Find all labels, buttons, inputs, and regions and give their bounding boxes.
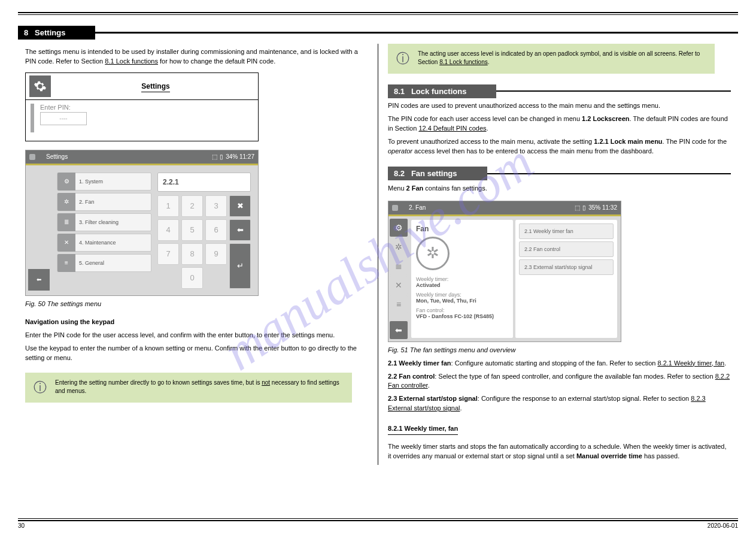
section-8-bar: 8 Settings [18,26,738,39]
fan-large-icon: ✲ [416,237,450,270]
pin-input[interactable]: ---- [40,112,87,125]
btn-fan-control[interactable]: 2.2 Fan control [519,241,614,257]
footer-date: 2020-06-01 [708,522,738,529]
page-footer: 30 2020-06-01 [18,518,738,529]
logo-icon [29,154,35,160]
key-backspace[interactable]: ⬅ [229,219,251,241]
r-p7: 2.3 External start/stop signal: Configur… [388,394,731,413]
gear-icon: ⚙ [57,173,75,191]
pinbox-title: Settings [141,82,169,92]
arrow-left-icon: ⬅ [237,225,244,234]
side-sliders-icon[interactable]: ≡ [390,295,408,313]
ref-lock-functions-2: 8.1 Lock functions [439,59,488,65]
battery-icon: ▯ [220,153,223,160]
r-p5: 2.1 Weekly timer fan: Configure automati… [388,359,731,368]
ref-default-pin: 12.4 Default PIN codes [418,125,486,132]
h-821: 8.2.1 Weekly timer, fan [388,424,458,435]
side-gear-icon[interactable]: ⚙ [390,219,408,237]
note-box-right: ⓘ The acting user access level is indica… [388,44,715,74]
menu-system[interactable]: ⚙1. System [57,173,151,191]
key-0[interactable]: 0 [181,267,203,289]
key-clear[interactable]: ✖ [229,195,251,217]
sliders-icon: ≡ [57,254,75,272]
pin-label: Enter PIN: [40,104,87,111]
info-icon: ⓘ [396,50,409,68]
note-box-left: ⓘ Entering the setting number directly t… [25,373,352,403]
key-enter[interactable]: ↵ [229,243,251,289]
key-4[interactable]: 4 [157,219,179,241]
pin-entry-box: Settings Enter PIN: ---- [25,72,259,141]
r-p6: 2.2 Fan control: Select the type of fan … [388,372,731,391]
ui1-title: Settings [46,153,68,160]
right-column: ⓘ The acting user access level is indica… [381,44,738,465]
page-number: 30 [18,522,25,529]
side-wrench-icon[interactable]: ✕ [390,276,408,294]
battery-icon: ▯ [582,204,586,211]
key-3[interactable]: 3 [205,195,227,217]
r-p2: The PIN code for each user access level … [388,114,731,134]
key-7[interactable]: 7 [157,243,179,265]
ref-821: 8.2.1 Weekly timer, fan [657,359,724,367]
ui2-status: 35% 11:32 [588,204,617,211]
top-rule-thick [18,12,738,13]
left-column: The settings menu is intended to be used… [18,44,375,465]
top-rule-thin [18,14,738,15]
section-81-bar: 8.1 Lock functions [388,84,731,98]
menu-filter[interactable]: ≣3. Filter cleaning [57,213,151,231]
side-back-button[interactable]: ⬅ [390,321,408,339]
pin-side-bar [31,104,34,132]
arrow-left-icon: ⬅ [37,276,41,283]
section-8-title: Settings [35,28,65,37]
filter-icon: ≣ [57,213,75,231]
key-5[interactable]: 5 [181,219,203,241]
stat-weekly-days: Weekly timer days:Mon, Tue, Wed, Thu, Fr… [416,292,508,304]
info-icon: ⓘ [34,379,47,397]
settings-screenshot: Settings ⬚ ▯ 34% 11:27 ⚙1. System ✲2. Fa… [25,150,259,296]
key-2[interactable]: 2 [181,195,203,217]
stat-weekly-timer: Weekly timer:Activated [416,276,508,288]
ui2-title: 2. Fan [409,204,426,211]
nav-p2: Use the keypad to enter the number of a … [25,344,368,363]
section-8-num: 8 [24,28,28,37]
r-p1: PIN codes are used to prevent unauthoriz… [388,101,731,111]
fig51-caption: Fig. 51 The fan settings menu and overvi… [388,346,731,355]
fig50-caption: Fig. 50 The settings menu [25,300,368,309]
left-p1: The settings menu is intended to be used… [25,47,368,67]
fan-icon: ✲ [57,193,75,211]
keypad-display: 2.2.1 [157,173,251,192]
enter-icon: ↵ [237,261,244,270]
section-82-bar: 8.2 Fan settings [388,167,731,180]
menu-general[interactable]: ≡5. General [57,254,151,272]
btn-external-signal[interactable]: 2.3 External start/stop signal [519,259,614,275]
back-button[interactable]: ⬅ [28,269,50,291]
menu-fan[interactable]: ✲2. Fan [57,193,151,211]
r-p4: Menu 2 Fan contains fan settings. [388,184,731,194]
side-filter-icon[interactable]: ≣ [390,257,408,275]
key-8[interactable]: 8 [181,243,203,265]
close-icon: ✖ [237,201,244,210]
logo-icon [392,205,398,211]
nav-p1: Enter the PIN code for the user access l… [25,331,368,340]
wrench-icon: ✕ [57,234,75,252]
fan-panel-title: Fan [416,225,508,233]
ref-lock-functions: 8.1 Lock functions [105,58,158,65]
network-icon: ⬚ [212,153,217,160]
gears-icon [29,75,51,97]
stat-fan-control: Fan control:VFD - Danfoss FC-102 (RS485) [416,307,508,319]
fan-screenshot: 2. Fan ⬚ ▯ 35% 11:32 ⚙ ✲ ≣ ✕ ≡ [388,201,621,342]
btn-weekly-timer[interactable]: 2.1 Weekly timer fan [519,223,614,239]
menu-maintenance[interactable]: ✕4. Maintenance [57,234,151,252]
key-1[interactable]: 1 [157,195,179,217]
column-divider [378,44,378,465]
ui1-status: 34% 11:27 [226,153,254,160]
network-icon: ⬚ [575,204,580,211]
nav-heading: Navigation using the keypad [25,318,368,327]
r-p8: The weekly timer starts and stops the fa… [388,442,731,461]
key-9[interactable]: 9 [205,243,227,265]
r-p3: To prevent unauthorized access to the ma… [388,137,731,156]
key-6[interactable]: 6 [205,219,227,241]
side-fan-icon[interactable]: ✲ [390,238,408,256]
